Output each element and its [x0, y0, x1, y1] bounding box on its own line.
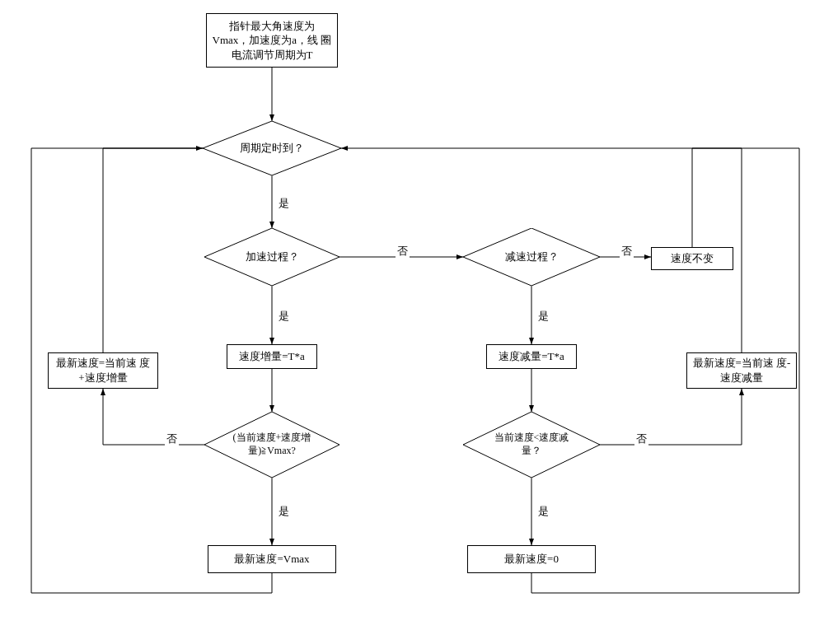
node-new-vmax: 最新速度=Vmax — [208, 545, 336, 573]
node-start-text: 指针最大角速度为 Vmax，加速度为a，线 圈电流调节周期为T — [212, 19, 332, 63]
node-accel-process-text: 加速过程？ — [241, 250, 304, 264]
label-timer-yes: 是 — [277, 196, 291, 211]
node-new-vmax-text: 最新速度=Vmax — [234, 552, 309, 567]
label-decel-yes: 是 — [536, 309, 550, 324]
node-dec-check-text: 当前速度<速度减 量？ — [489, 432, 574, 457]
node-new-zero-text: 最新速度=0 — [504, 552, 559, 567]
node-new-sub-dec-text: 最新速度=当前速 度-速度减量 — [692, 356, 791, 385]
label-inc-check-yes: 是 — [277, 504, 291, 519]
node-timer-expired: 周期定时到？ — [203, 121, 341, 175]
node-inc-check-text: (当前速度+速度增 量)≧Vmax? — [228, 432, 316, 457]
label-dec-check-no: 否 — [634, 432, 648, 446]
node-inc-formula: 速度增量=T*a — [227, 344, 317, 369]
node-decel-process: 减速过程？ — [463, 228, 600, 286]
flowchart-wires — [0, 0, 824, 644]
node-speed-unchanged-text: 速度不变 — [671, 251, 714, 266]
label-inc-check-no: 否 — [165, 432, 179, 446]
label-accel-yes: 是 — [277, 309, 291, 324]
node-speed-unchanged: 速度不变 — [651, 247, 733, 270]
node-new-zero: 最新速度=0 — [467, 545, 596, 573]
node-accel-process: 加速过程？ — [204, 228, 339, 286]
node-decel-process-text: 减速过程？ — [500, 250, 564, 264]
node-new-add-inc: 最新速度=当前速 度+速度增量 — [48, 352, 158, 389]
node-inc-formula-text: 速度增量=T*a — [239, 349, 305, 364]
node-dec-check: 当前速度<速度减 量？ — [463, 412, 600, 478]
node-dec-formula-text: 速度减量=T*a — [499, 349, 564, 364]
node-inc-check: (当前速度+速度增 量)≧Vmax? — [204, 412, 339, 478]
node-new-add-inc-text: 最新速度=当前速 度+速度增量 — [54, 356, 152, 385]
node-new-sub-dec: 最新速度=当前速 度-速度减量 — [686, 352, 797, 389]
label-accel-no: 否 — [396, 244, 410, 259]
node-timer-expired-text: 周期定时到？ — [235, 142, 309, 156]
node-dec-formula: 速度减量=T*a — [486, 344, 577, 369]
node-start: 指针最大角速度为 Vmax，加速度为a，线 圈电流调节周期为T — [206, 13, 338, 68]
label-dec-check-yes: 是 — [536, 504, 550, 519]
label-decel-no: 否 — [620, 244, 634, 259]
